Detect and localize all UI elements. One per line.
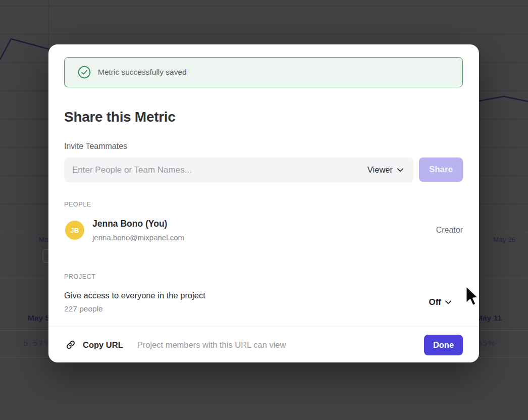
check-circle-icon: [78, 66, 91, 79]
project-heading: PROJECT: [64, 273, 96, 280]
project-access-text: Give access to everyone in the project 2…: [64, 291, 205, 313]
mouse-cursor-icon: [464, 286, 479, 307]
project-member-count: 227 people: [64, 304, 205, 313]
chevron-down-icon: [397, 168, 403, 172]
member-email: jenna.bono@mixpanel.com: [92, 233, 184, 242]
member-role: Creator: [436, 226, 463, 235]
share-metric-modal: Metric successfully saved Share this Met…: [48, 44, 479, 362]
app-background: Ma May 26 1 May 5 May 11 5.57% 35% Metri…: [0, 0, 528, 420]
avatar-initials: JB: [70, 227, 79, 234]
x-axis-label-left: Ma: [39, 236, 48, 243]
invite-field[interactable]: Viewer: [64, 158, 413, 182]
table-header-may11: May 11: [476, 313, 502, 323]
share-button[interactable]: Share: [419, 158, 463, 182]
project-access-row: Give access to everyone in the project 2…: [64, 291, 463, 313]
invite-input[interactable]: [72, 165, 367, 175]
member-name: Jenna Bono (You): [92, 219, 184, 229]
project-access-title: Give access to everyone in the project: [64, 291, 205, 300]
x-axis-label-right: May 26: [493, 236, 515, 243]
project-access-selector[interactable]: Off: [429, 297, 451, 307]
done-button[interactable]: Done: [424, 335, 463, 355]
modal-title: Share this Metric: [64, 109, 176, 125]
member-info: Jenna Bono (You) jenna.bono@mixpanel.com: [92, 219, 184, 242]
role-selector-value: Viewer: [367, 165, 393, 175]
modal-footer: Copy URL Project members with this URL c…: [48, 327, 479, 362]
chevron-down-icon: [445, 300, 451, 304]
copy-url-hint: Project members with this URL can view: [137, 340, 286, 350]
invite-teammates-label: Invite Teammates: [64, 142, 127, 151]
success-toast: Metric successfully saved: [64, 57, 463, 87]
link-icon[interactable]: [65, 339, 76, 350]
member-row: JB Jenna Bono (You) jenna.bono@mixpanel.…: [64, 219, 463, 242]
table-header-may5: May 5: [28, 313, 49, 323]
table-value-right: 35%: [478, 339, 496, 347]
project-access-value: Off: [429, 297, 441, 307]
people-heading: PEOPLE: [64, 201, 91, 208]
invite-row: Viewer Share: [64, 158, 463, 182]
avatar: JB: [65, 221, 84, 240]
toast-message: Metric successfully saved: [98, 68, 187, 77]
copy-url-button[interactable]: Copy URL: [83, 340, 123, 350]
role-selector[interactable]: Viewer: [367, 165, 403, 175]
